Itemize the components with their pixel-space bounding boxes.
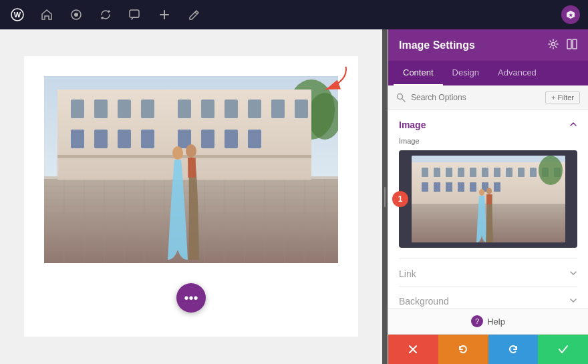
svg-rect-18 [248,100,261,118]
undo-button[interactable] [438,335,488,364]
panel-layout-icon[interactable] [567,39,577,51]
svg-rect-72 [506,168,512,177]
canvas-area: ••• [0,29,382,364]
help-text: Help [487,317,505,327]
comment-icon[interactable] [126,5,144,24]
canvas-content: ••• [24,56,358,337]
redo-button[interactable] [488,335,539,364]
svg-rect-83 [494,182,500,192]
image-section-header[interactable]: Image [388,110,588,137]
svg-rect-73 [518,168,525,177]
tab-content[interactable]: Content [394,61,443,85]
main-layout: ••• Image Settings [0,29,588,364]
tab-design[interactable]: Design [443,61,488,85]
svg-rect-66 [434,168,440,177]
thumbnail-svg [412,156,565,242]
svg-rect-23 [118,130,131,148]
image-section-title: Image [399,120,426,130]
svg-text:W: W [14,11,21,19]
link-section-chevron [569,269,577,279]
search-icon [396,93,406,102]
image-section-content: Image 1 [388,137,588,258]
help-icon[interactable]: ? [471,315,483,327]
arrow-indicator [311,63,351,99]
svg-rect-4 [130,10,139,17]
floating-action-button[interactable]: ••• [176,283,206,313]
background-section-title: Background [399,296,449,307]
step-badge: 1 [392,191,408,207]
image-thumbnail-container[interactable]: 1 [399,150,577,248]
tab-advanced[interactable]: Advanced [488,61,546,85]
svg-rect-80 [458,182,464,192]
sync-icon[interactable] [96,5,115,24]
image-thumbnail [412,156,565,242]
panel-settings-icon[interactable] [548,39,559,51]
svg-rect-15 [178,100,191,118]
svg-rect-22 [94,130,108,148]
svg-rect-71 [494,168,500,177]
panel-resize-handle[interactable] [382,29,388,364]
svg-rect-77 [422,182,428,192]
svg-rect-68 [458,168,464,177]
divi-logo[interactable]: ★ [561,5,580,24]
action-bar [388,334,588,364]
svg-rect-69 [470,168,476,177]
svg-point-56 [186,144,196,158]
undo-icon [458,344,468,355]
search-input[interactable] [411,93,540,102]
circle-tool-icon[interactable] [67,5,86,24]
svg-rect-14 [141,100,154,118]
svg-rect-11 [71,100,84,118]
svg-rect-21 [71,130,84,148]
redo-icon [508,344,519,355]
svg-rect-79 [446,182,452,192]
panel-footer: ? Help [388,308,588,334]
svg-rect-70 [482,168,488,177]
panel-body: Image Image 1 [388,110,588,308]
svg-text:★: ★ [569,13,573,17]
svg-point-84 [539,156,563,185]
svg-rect-19 [271,100,285,118]
save-button[interactable] [538,335,588,364]
svg-point-55 [172,146,183,160]
panel-search-bar: + Filter [388,85,588,110]
svg-rect-78 [434,182,440,192]
svg-rect-74 [530,168,537,177]
panel-header-icons [548,39,577,51]
add-icon[interactable] [155,5,174,24]
svg-rect-67 [446,168,452,177]
settings-panel: Image Settings Content Des [388,29,588,364]
svg-rect-13 [118,100,131,118]
svg-rect-24 [141,130,154,148]
svg-rect-59 [567,39,571,49]
background-section-chevron [569,297,577,307]
main-toolbar: W [0,0,588,29]
svg-line-62 [402,99,406,102]
panel-title: Image Settings [399,39,475,51]
cancel-icon [408,344,418,355]
link-section-title: Link [399,268,416,279]
save-icon [558,344,569,355]
cancel-button[interactable] [388,335,438,364]
svg-rect-94 [486,194,492,204]
svg-rect-26 [201,130,214,148]
wordpress-icon[interactable]: W [8,5,27,24]
scene-svg [44,76,338,263]
home-icon[interactable] [37,5,56,24]
panel-tabs: Content Design Advanced [388,61,588,85]
panel-header: Image Settings [388,29,588,61]
pencil-icon[interactable] [184,5,203,24]
svg-rect-57 [188,158,196,178]
link-section-header[interactable]: Link [388,259,588,286]
image-field-label: Image [399,137,577,145]
svg-point-58 [552,43,555,46]
svg-point-92 [479,189,484,196]
svg-rect-20 [295,100,308,118]
svg-rect-81 [470,182,476,192]
image-scene [44,76,338,263]
svg-rect-12 [94,100,108,118]
svg-rect-27 [225,130,238,148]
filter-button[interactable]: + Filter [545,91,580,104]
main-image [44,76,338,263]
background-section-header[interactable]: Background [388,287,588,308]
